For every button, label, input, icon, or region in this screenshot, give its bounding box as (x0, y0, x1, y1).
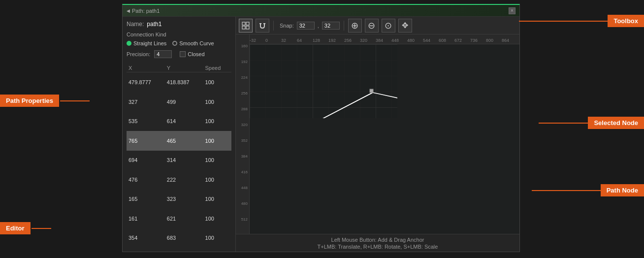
connection-kind-radios: Straight Lines Smooth Curve (127, 40, 231, 46)
pan-button[interactable]: ✥ (398, 19, 412, 32)
ruler-h-tick: 672 (454, 38, 462, 43)
name-label: Name: (127, 21, 144, 28)
snap-x-input[interactable] (297, 22, 315, 30)
status-line-1: Left Mouse Button: Add & Drag Anchor (331, 237, 424, 243)
cell-y-5: 222 (165, 170, 203, 189)
cell-y-8: 683 (165, 228, 203, 248)
svg-rect-10 (250, 44, 397, 118)
snap-y-input[interactable] (322, 22, 340, 30)
ruler-h-tick: 384 (376, 38, 383, 43)
ruler-h-tick: 32 (281, 38, 286, 43)
closed-checkbox[interactable] (180, 51, 186, 57)
node-table: X Y Speed 479.8777418.838710032749910053… (127, 64, 231, 248)
table-row[interactable]: 165323100 (127, 190, 231, 209)
ruler-h-tick: 608 (439, 38, 446, 43)
ruler-v-tick: 480 (241, 202, 248, 206)
grid-toggle-button[interactable] (239, 19, 253, 32)
ruler-v-tick: 320 (241, 123, 248, 127)
col-speed: Speed (203, 64, 231, 72)
toolbox-label: Toolbox (608, 15, 644, 27)
ruler-v-tick: 160 (241, 44, 248, 48)
cell-x-7: 161 (127, 209, 165, 228)
ruler-h-tick: 256 (344, 38, 352, 43)
zoom-reset-button[interactable]: ⊙ (382, 19, 395, 32)
path-canvas[interactable] (250, 44, 397, 118)
cell-x-0: 479.8777 (127, 72, 165, 93)
status-line-2: T+LMB: Translate, R+LMB: Rotate, S+LMB: … (318, 244, 438, 250)
closed-label: Closed (188, 51, 204, 57)
cell-speed-1: 100 (203, 92, 231, 111)
left-panel: Name: path1 Connection Kind Straight Lin… (123, 17, 236, 252)
right-panel: Snap: , ⊕ ⊖ ⊙ ✥ -32032641281922563203844… (236, 17, 519, 252)
path-properties-annotation: Path Properties (0, 95, 90, 107)
zoom-out-button[interactable]: ⊖ (365, 19, 379, 32)
table-row[interactable]: 161621100 (127, 209, 231, 228)
col-x: X (127, 64, 165, 72)
cell-y-2: 614 (165, 112, 203, 131)
straight-lines-radio[interactable]: Straight Lines (127, 40, 166, 46)
table-row[interactable]: 476222100 (127, 170, 231, 189)
cell-y-3: 465 (165, 131, 203, 150)
ruler-v-tick: 384 (241, 155, 248, 159)
precision-row: Precision: Closed (127, 50, 231, 58)
ruler-h-tick: 480 (407, 38, 415, 43)
table-row[interactable]: 479.8777418.8387100 (127, 72, 231, 93)
connection-kind-label: Connection Kind (127, 32, 231, 37)
precision-input[interactable] (154, 50, 172, 58)
viewport[interactable]: -320326412819225632038444848054460867273… (236, 34, 519, 234)
selected-node-label: Selected Node (588, 117, 644, 129)
ruler-v-tick: 512 (241, 218, 248, 222)
cell-x-2: 535 (127, 112, 165, 131)
cell-speed-5: 100 (203, 170, 231, 189)
cell-speed-3: 100 (203, 131, 231, 150)
straight-lines-dot (127, 41, 131, 46)
ruler-horizontal: -320326412819225632038444848054460867273… (250, 34, 519, 44)
path-node-annotation: Path Node (532, 184, 644, 196)
cell-x-8: 354 (127, 228, 165, 248)
col-y: Y (165, 64, 203, 72)
path-node-label: Path Node (601, 184, 644, 196)
svg-rect-2 (242, 22, 245, 25)
ruler-v-tick: 416 (241, 170, 248, 174)
selected-node-annotation: Selected Node (539, 117, 644, 129)
status-bar: Left Mouse Button: Add & Drag Anchor T+L… (236, 234, 519, 252)
node-1[interactable] (370, 89, 373, 93)
ruler-vertical: 1601922242562883203523844164484805125445… (236, 34, 250, 234)
smooth-curve-radio[interactable]: Smooth Curve (172, 40, 214, 46)
zoom-in-button[interactable]: ⊕ (348, 19, 362, 32)
toolbar-separator-1 (273, 21, 274, 31)
table-row[interactable]: 327499100 (127, 92, 231, 111)
name-row: Name: path1 (127, 21, 231, 28)
svg-rect-4 (242, 26, 245, 29)
cell-x-4: 694 (127, 151, 165, 170)
close-button[interactable]: × (509, 7, 515, 14)
cell-y-4: 314 (165, 151, 203, 170)
snap-label: Snap: (280, 23, 294, 29)
table-row[interactable]: 694314100 (127, 151, 231, 170)
magnet-button[interactable] (256, 19, 269, 32)
cell-y-7: 621 (165, 209, 203, 228)
ruler-h-tick: 64 (297, 38, 302, 43)
cell-x-1: 327 (127, 92, 165, 111)
ruler-v-tick: 352 (241, 139, 248, 143)
window-title: Path: path1 (127, 8, 160, 14)
ruler-h-tick: 0 (265, 38, 268, 43)
ruler-h-tick: 128 (313, 38, 320, 43)
svg-rect-3 (246, 22, 249, 25)
snap-separator: , (318, 23, 319, 29)
cell-x-3: 765 (127, 131, 165, 150)
table-row[interactable]: 535614100 (127, 112, 231, 131)
ruler-h-tick: 448 (391, 38, 399, 43)
name-value: path1 (147, 21, 161, 28)
ruler-v-tick: 192 (241, 60, 248, 64)
cell-speed-7: 100 (203, 209, 231, 228)
toolbar: Snap: , ⊕ ⊖ ⊙ ✥ (236, 17, 519, 34)
main-window: Path: path1 × Name: path1 Connection Kin… (122, 4, 520, 252)
cell-speed-0: 100 (203, 72, 231, 93)
ruler-v-tick: 544 (241, 233, 248, 234)
precision-label: Precision: (127, 51, 150, 57)
table-row[interactable]: 354683100 (127, 228, 231, 248)
cell-y-0: 418.8387 (165, 72, 203, 93)
title-bar: Path: path1 × (123, 5, 519, 17)
table-row[interactable]: 765465100 (127, 131, 231, 150)
